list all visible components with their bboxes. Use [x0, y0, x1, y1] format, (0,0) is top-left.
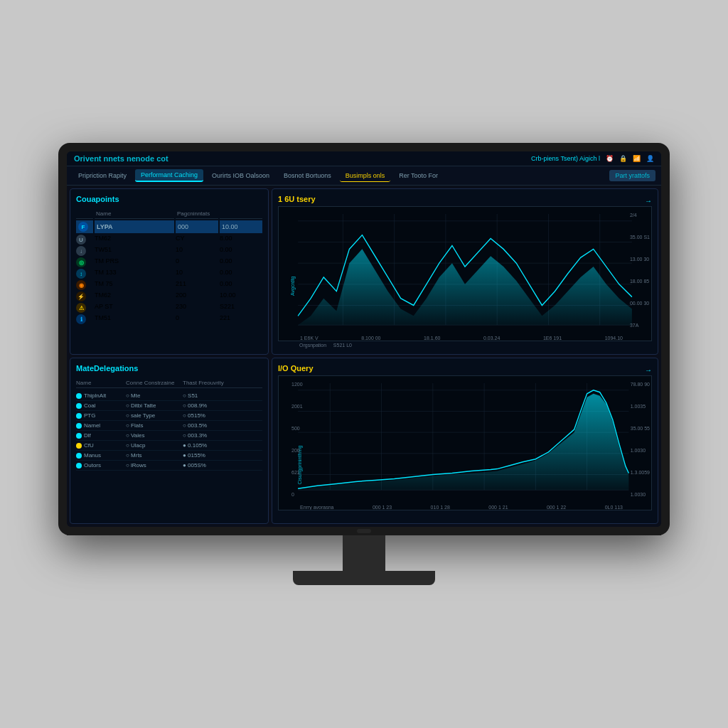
icon-cp6: ◉ [76, 280, 86, 290]
io-x4: 000 1 21 [488, 505, 508, 510]
cpu-x2: 8.100 00 [361, 336, 380, 341]
icon-wifi: 📶 [633, 155, 641, 162]
icon-cp2: U [76, 235, 86, 245]
cp-name-9[interactable]: TM51 [95, 314, 174, 324]
io-y3: 35.00 55 [631, 426, 650, 431]
monitor-wrapper: Orivent nnets nenode cot Crb-piens Tsent… [58, 143, 670, 585]
cp-name-7[interactable]: TM62 [95, 291, 174, 301]
io-x1: Enrry avorasna [300, 505, 333, 510]
io-yl1: 1200 [291, 382, 303, 387]
cp-h2: Name [95, 209, 174, 219]
cp-name-1[interactable]: LYPA [95, 220, 174, 233]
tab-bosnot[interactable]: Bosnot Bortuons [278, 170, 337, 181]
tab-performant[interactable]: Performant Caching [135, 169, 203, 182]
meta-title: MateDelegations [76, 364, 262, 373]
monitor-stand-neck [343, 535, 385, 571]
icon-cp1: F [78, 222, 88, 232]
tab-part-right[interactable]: Part yrattofs [609, 170, 655, 181]
cp-name-4[interactable]: TM PRS [95, 257, 174, 267]
cp-val1-3: 10 [176, 246, 218, 256]
meta-row-7[interactable]: Manus ○ Mrts ● 0155% [76, 451, 262, 461]
meta-h1: Name [76, 380, 126, 386]
cp-val2-1: 10.00 [220, 220, 262, 233]
io-y-labels: 78.80 90 1.0035 35.00 55 1.0030 1.3.0059… [631, 382, 650, 497]
tab-ourirts[interactable]: Ourirts IOB Oalsoon [206, 170, 275, 181]
io-chart-svg [279, 376, 651, 510]
cpu-arrow: → [645, 197, 652, 205]
icon-cp9: ℹ [76, 314, 86, 324]
cpu-y6: 37A [630, 323, 650, 328]
tab-busimpls[interactable]: Busimpls onls [340, 170, 391, 182]
svg-marker-25 [298, 394, 628, 491]
checkpoints-panel: Couapoints Name Pagcninntats F LYPA 000 … [70, 188, 269, 355]
checkpoints-table: Name Pagcninntats F LYPA 000 10.00 U [76, 209, 262, 324]
monitor-stand-base [293, 571, 435, 585]
cp-name-6[interactable]: TM 75 [95, 280, 174, 290]
io-y1: 78.80 90 [631, 382, 650, 387]
top-bar-controls: Crb-piens Tsent) Aigich l ⏰ 🔒 📶 👤 [531, 155, 654, 162]
cpu-x-labels: 1 E6K V 8.100 00 18.1.60 0.03.24 1E6 191… [300, 336, 623, 341]
cp-val2-5: 0.00 [220, 269, 262, 279]
io-x-labels: Enrry avorasna 000 1 23 010 1 28 000 1 2… [300, 505, 623, 510]
meta-row-6[interactable]: CfU ○ Ulacp ● 0.105% [76, 441, 262, 451]
io-chart-title: I/O Query [278, 364, 314, 373]
cp-val1-1: 000 [176, 220, 218, 233]
io-x2: 000 1 23 [373, 505, 392, 510]
cpu-y5: 00.00 30 [630, 301, 650, 306]
cp-val1-4: 0 [176, 257, 218, 267]
cp-val2-8: S221 [220, 303, 262, 313]
meta-row-4[interactable]: Namel ○ Flats ○ 003.5% [76, 421, 262, 431]
meta-row-5[interactable]: Dlf ○ Vales ○ 003.3% [76, 431, 262, 441]
meta-row-8[interactable]: Outors ○ lRows ● 005S% [76, 461, 262, 471]
cpu-x5: 1E6 191 [543, 336, 562, 341]
icon-cp4: ◎ [76, 257, 86, 267]
io-yl6: 0 [291, 492, 303, 497]
meta-row-1[interactable]: ThiplnAlt ○ Mte ○ S51 [76, 391, 262, 401]
checkpoints-title: Couapoints [76, 195, 262, 203]
cpu-y2: 35.00 S1 [630, 235, 650, 240]
cp-name-8[interactable]: AP ST [95, 303, 174, 313]
cpu-y3: 13.00 30 [630, 257, 650, 262]
cpu-chart-panel: 1 6U tsery → Avgcrdtg [272, 188, 658, 355]
cp-val2-9: 221 [220, 314, 262, 324]
nav-tabs: Pripriction Rapity Performant Caching Ou… [67, 166, 661, 186]
meta-row-3[interactable]: PTG ○ sale Type ○ 0515% [76, 411, 262, 421]
icon-cp7: ⚡ [76, 291, 86, 301]
io-yl2: 2001 [291, 404, 303, 409]
cpu-x6: 1094.10 [605, 336, 623, 341]
tab-rer[interactable]: Rer Tooto For [393, 170, 444, 181]
meta-panel: MateDelegations Name Conne Constrzaine T… [70, 358, 269, 524]
meta-header: Name Conne Constrzaine Thast Freouvrity [76, 378, 262, 388]
monitor-outer: Orivent nnets nenode cot Crb-piens Tsent… [58, 143, 670, 535]
icon-cp5: ↕ [76, 269, 86, 279]
main-content: Couapoints Name Pagcninntats F LYPA 000 … [67, 186, 661, 527]
io-yl3: 500 [291, 426, 303, 431]
cp-name-3[interactable]: TW51 [95, 246, 174, 256]
tab-pripriction[interactable]: Pripriction Rapity [73, 170, 132, 181]
cp-name-5[interactable]: TM 133 [95, 269, 174, 279]
meta-h3: Thast Freouvrity [183, 380, 225, 386]
monitor-screen: Orivent nnets nenode cot Crb-piens Tsent… [67, 151, 661, 527]
cp-val1-7: 200 [176, 291, 218, 301]
io-chart-area: Cisungprininthrng [278, 375, 652, 510]
cpu-chart-area: Avgcrdtg [278, 206, 652, 341]
io-yl5: 621 [291, 470, 303, 475]
monitor-bottom-bezel [67, 527, 661, 535]
cp-val1-9: 0 [176, 314, 218, 324]
cp-h4 [220, 209, 262, 219]
cp-val2-3: 0.00 [220, 246, 262, 256]
cp-val1-6: 211 [176, 280, 218, 290]
cpu-chart-title: 1 6U tsery [278, 195, 316, 203]
io-x5: 000 1 22 [547, 505, 566, 510]
cpu-y-labels: 2/4 35.00 S1 13.00 30 18.00 85 00.00 30 … [630, 213, 650, 328]
top-bar: Orivent nnets nenode cot Crb-piens Tsent… [67, 151, 661, 166]
cp-val2-4: 0.00 [220, 257, 262, 267]
meta-h2: Conne Constrzaine [126, 380, 183, 386]
top-status: Crb-piens Tsent) Aigich l [531, 155, 600, 162]
cp-val1-5: 10 [176, 269, 218, 279]
io-x6: 0L0 113 [605, 505, 623, 510]
io-y2: 1.0035 [631, 404, 650, 409]
cp-name-2[interactable]: TM62 [95, 235, 174, 245]
meta-row-2[interactable]: Coal ○ Ditbi Tatte ○ 008.9% [76, 401, 262, 411]
io-y6: 1.0030 [631, 492, 650, 497]
